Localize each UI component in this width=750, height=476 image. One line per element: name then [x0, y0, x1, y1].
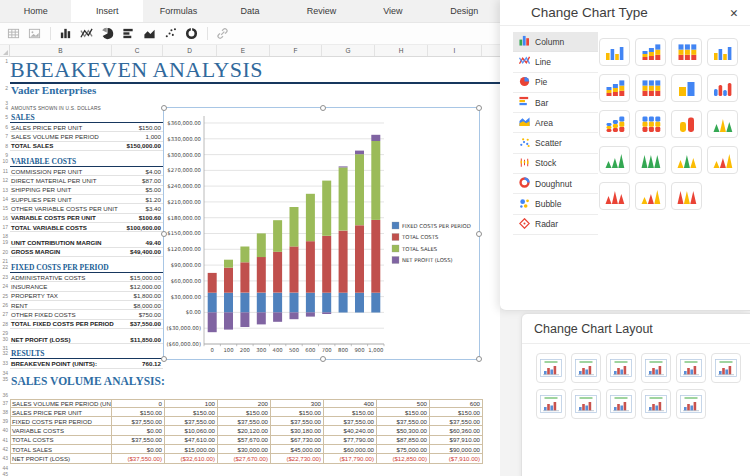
chart-layout-6[interactable] [711, 353, 741, 383]
table-row-label[interactable]: SALES VOLUME PER PERIOD (UNITS) [10, 399, 112, 408]
row-number[interactable]: 7 [0, 132, 10, 141]
cell-value[interactable]: 1,000 [146, 133, 163, 140]
tab-home[interactable]: Home [0, 0, 71, 22]
tab-view[interactable]: View [357, 0, 428, 22]
chart-category-bar[interactable]: Bar [513, 93, 598, 113]
table-cell[interactable]: $37,550.00 [324, 417, 377, 426]
row-number[interactable]: 42 [0, 445, 10, 454]
table-cell[interactable]: $0.00 [112, 426, 165, 435]
table-cell[interactable]: $30,000.00 [218, 445, 271, 454]
chart-layout-1[interactable] [536, 353, 566, 383]
cell-value[interactable]: $100,600.00 [127, 224, 163, 231]
table-row-label[interactable]: SALES PRICE PER UNIT [10, 408, 112, 417]
table-row-label[interactable]: VARIABLE COSTS [10, 426, 112, 435]
pyramid-3d-icon[interactable] [671, 182, 702, 210]
column-header-D[interactable]: D [163, 45, 217, 56]
row-number[interactable]: 8 [0, 142, 10, 151]
table-cell[interactable]: ($22,730.00) [271, 454, 324, 463]
column-header-F[interactable]: F [270, 45, 322, 56]
chart-layout-4[interactable] [641, 353, 671, 383]
table-cell[interactable]: $150.00 [430, 408, 483, 417]
table-cell[interactable]: $10,060.00 [165, 426, 218, 435]
tab-design[interactable]: Design [429, 0, 500, 22]
table-row-label[interactable]: FIXED COSTS PER PERIOD [10, 417, 112, 426]
clustered-cylinder-icon[interactable] [707, 74, 738, 102]
cell-value[interactable]: $1,800.00 [133, 292, 163, 299]
cell-label[interactable]: RENT [10, 302, 28, 309]
chart-category-doughnut[interactable]: Doughnut [513, 174, 598, 194]
cell-value[interactable]: $750.00 [139, 311, 163, 318]
column-chart-icon[interactable] [58, 26, 73, 41]
sheet-subtitle-cell[interactable]: Vader Enterprises [10, 84, 96, 99]
table-cell[interactable]: $50,300.00 [377, 426, 430, 435]
table-cell[interactable]: $15,000.00 [165, 445, 218, 454]
chart-layout-3[interactable] [606, 353, 636, 383]
chart-layout-9[interactable] [606, 389, 636, 419]
section-header-cell[interactable]: SALES [10, 113, 163, 123]
chart-layout-11[interactable] [676, 389, 706, 419]
row-number[interactable]: 22 [0, 263, 10, 273]
chart-resize-handle[interactable] [161, 105, 167, 111]
row-number[interactable]: 28 [0, 320, 10, 329]
cell-label[interactable]: UNIT CONTRIBUTION MARGIN [10, 239, 101, 246]
table-cell[interactable]: $37,550.00 [112, 436, 165, 445]
row-number[interactable]: 16 [0, 214, 10, 223]
clustered-column-icon[interactable] [599, 38, 630, 66]
clustered-pyramid-icon[interactable] [707, 146, 738, 174]
cylinder-3d-icon[interactable] [671, 110, 702, 138]
cell-label[interactable]: INSURANCE [10, 283, 47, 290]
row-number[interactable]: 37 [0, 399, 10, 408]
cell-label[interactable]: DIRECT MATERIAL PER UNIT [10, 177, 97, 184]
table-cell[interactable]: 400 [324, 399, 377, 408]
cell-label[interactable]: BREAKEVEN POINT (UNITS): [10, 360, 97, 367]
chart-resize-handle[interactable] [161, 231, 167, 237]
tab-formulas[interactable]: Formulas [143, 0, 214, 22]
table-cell[interactable]: $37,550.00 [271, 417, 324, 426]
row-number[interactable]: 41 [0, 436, 10, 445]
cell-value[interactable]: $49,400.00 [130, 248, 163, 255]
chart-category-line[interactable]: Line [513, 52, 598, 72]
cell-value[interactable]: $3.40 [146, 205, 163, 212]
section-heading-cell[interactable]: SALES VOLUME ANALYSIS: [10, 375, 165, 391]
row-number[interactable]: 40 [0, 426, 10, 435]
cell-value[interactable]: $100.60 [139, 214, 163, 221]
table-row-label[interactable]: TOTAL COSTS [10, 436, 112, 445]
table-cell[interactable]: $30,180.00 [271, 426, 324, 435]
row-number[interactable]: 45 [0, 470, 10, 476]
cell-label[interactable]: VARIABLE COSTS PER UNIT [10, 214, 96, 221]
table-cell[interactable]: $67,730.00 [271, 436, 324, 445]
stacked-cone-icon[interactable] [599, 146, 630, 174]
chart-layout-10[interactable] [641, 389, 671, 419]
cell-label[interactable]: SALES PRICE PER UNIT [10, 124, 82, 131]
table-cell[interactable]: $37,550.00 [165, 417, 218, 426]
cell-value[interactable]: $5.00 [146, 186, 163, 193]
row-number[interactable]: 12 [0, 176, 10, 185]
table-cell[interactable]: ($7,910.00) [430, 454, 483, 463]
chart-category-scatter[interactable]: Scatter [513, 133, 598, 153]
row-number[interactable]: 4 [0, 104, 10, 113]
column-header-I[interactable]: I [428, 45, 482, 56]
cell-label[interactable]: TOTAL SALES [10, 142, 53, 149]
cell-value[interactable]: $15,000.00 [130, 274, 163, 281]
table-cell[interactable]: $60,000.00 [324, 445, 377, 454]
row-number[interactable]: 17 [0, 223, 10, 232]
table-cell[interactable]: ($17,790.00) [324, 454, 377, 463]
chart-category-pie[interactable]: Pie [513, 73, 598, 93]
row-number[interactable]: 15 [0, 204, 10, 213]
row-number[interactable]: 23 [0, 273, 10, 282]
cell-value[interactable]: $11,850.00 [130, 336, 163, 343]
column-header-H[interactable]: H [375, 45, 428, 56]
cone-3d-icon[interactable] [671, 146, 702, 174]
chart-category-bubble[interactable]: Bubble [513, 194, 598, 214]
cell-value[interactable]: $4.00 [146, 168, 163, 175]
chart-layout-2[interactable] [571, 353, 601, 383]
stacked-100-pyramid-icon[interactable] [635, 182, 666, 210]
table-cell[interactable]: ($12,850.00) [377, 454, 430, 463]
table-cell[interactable]: $0.00 [112, 445, 165, 454]
row-number[interactable]: 19 [0, 238, 10, 247]
table-cell[interactable]: $60,360.00 [430, 426, 483, 435]
row-number[interactable]: 11 [0, 167, 10, 176]
chart-resize-handle[interactable] [161, 356, 167, 362]
pie-chart-icon[interactable] [100, 26, 115, 41]
table-cell[interactable]: $47,610.00 [165, 436, 218, 445]
